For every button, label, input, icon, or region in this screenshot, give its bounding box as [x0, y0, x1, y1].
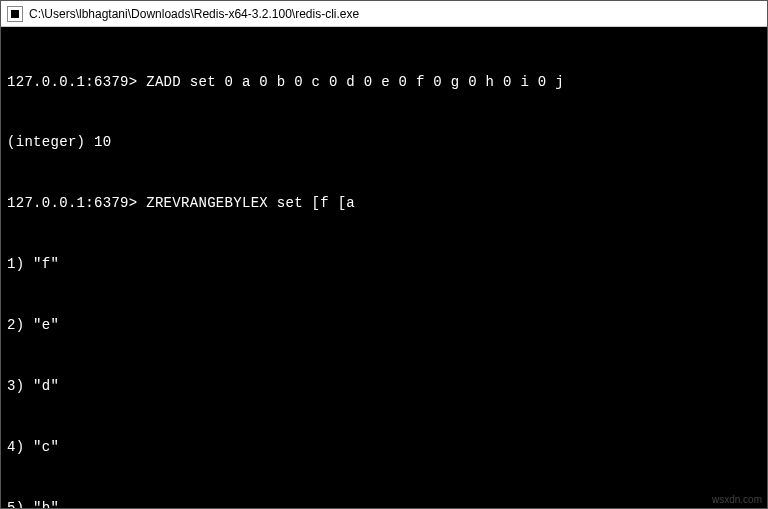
- watermark: wsxdn.com: [712, 494, 762, 505]
- terminal-line: 127.0.0.1:6379> ZADD set 0 a 0 b 0 c 0 d…: [7, 72, 761, 92]
- terminal-line: 127.0.0.1:6379> ZREVRANGEBYLEX set [f [a: [7, 193, 761, 213]
- terminal-line: 2) "e": [7, 315, 761, 335]
- window-title: C:\Users\lbhagtani\Downloads\Redis-x64-3…: [29, 7, 359, 21]
- terminal-line: 4) "c": [7, 437, 761, 457]
- window-titlebar: C:\Users\lbhagtani\Downloads\Redis-x64-3…: [1, 1, 767, 27]
- app-icon: [7, 6, 23, 22]
- terminal-line: 3) "d": [7, 376, 761, 396]
- terminal-output[interactable]: 127.0.0.1:6379> ZADD set 0 a 0 b 0 c 0 d…: [1, 27, 767, 509]
- terminal-line: (integer) 10: [7, 132, 761, 152]
- terminal-line: 1) "f": [7, 254, 761, 274]
- terminal-line: 5) "b": [7, 498, 761, 509]
